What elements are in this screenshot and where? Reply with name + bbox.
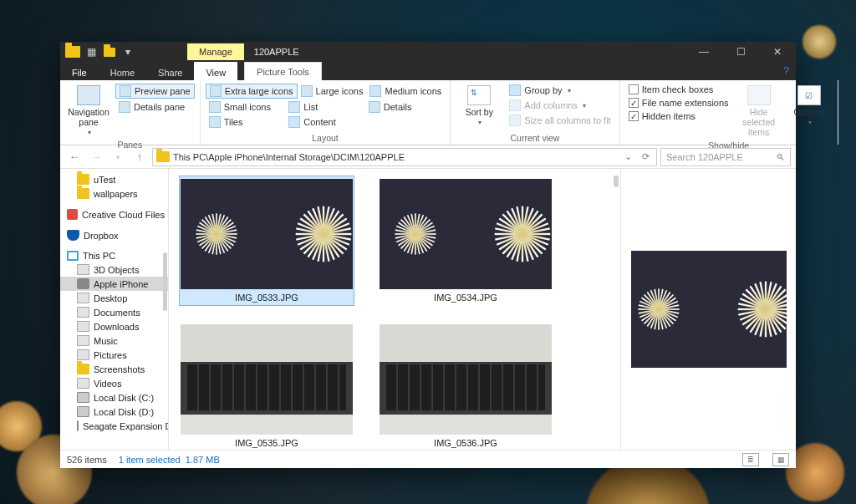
- file-name: IMG_0533.JPG: [235, 293, 298, 303]
- check-item-checkboxes[interactable]: Item check boxes: [625, 84, 732, 95]
- recent-locations-icon[interactable]: ▾: [109, 148, 127, 166]
- qat-newfolder-icon[interactable]: [100, 43, 119, 61]
- cc-icon: [67, 209, 78, 220]
- f-icon: [77, 364, 89, 374]
- add-columns-button[interactable]: Add columns▾: [506, 99, 614, 112]
- address-field[interactable]: This PC\Apple iPhone\Internal Storage\DC…: [152, 148, 657, 166]
- file-thumbnail[interactable]: IMG_0535.JPG: [179, 321, 354, 450]
- tree-item[interactable]: Pictures: [60, 348, 168, 362]
- view-details-icon[interactable]: ≣: [742, 453, 759, 466]
- generic-icon: [77, 349, 89, 360]
- up-button[interactable]: ↑: [130, 148, 149, 166]
- tree-item[interactable]: Seagate Expansion Drive: [60, 419, 168, 433]
- hd-icon: [77, 406, 89, 417]
- ribbon: Navigation pane▾ Preview pane Details pa…: [60, 80, 796, 145]
- layout-extra-large[interactable]: Extra large icons: [206, 84, 298, 99]
- file-thumbnail[interactable]: IMG_0533.JPG: [179, 176, 354, 306]
- size-columns-button[interactable]: Size all columns to fit: [506, 114, 614, 127]
- generic-icon: [77, 293, 89, 303]
- tree-item[interactable]: This PC: [60, 249, 168, 262]
- contextual-tab-header: Manage: [187, 43, 244, 60]
- tree-item[interactable]: uTest: [60, 172, 168, 186]
- dev-icon: [77, 278, 89, 289]
- navigation-pane-button[interactable]: Navigation pane▾: [65, 84, 112, 138]
- ribbon-tabs: File Home Share View Picture Tools ?: [60, 62, 796, 80]
- file-list[interactable]: IMG_0533.JPGIMG_0534.JPGIMG_0535.JPGIMG_…: [169, 169, 620, 450]
- qat-customize-icon[interactable]: ▾: [119, 43, 137, 61]
- refresh-icon[interactable]: ⟳: [639, 151, 653, 162]
- preview-image: [631, 251, 787, 368]
- thumbnail-image: [380, 324, 552, 435]
- preview-pane-button[interactable]: Preview pane: [115, 84, 195, 99]
- layout-small[interactable]: Small icons: [206, 100, 286, 114]
- check-file-extensions[interactable]: ✓File name extensions: [625, 97, 732, 109]
- tree-item[interactable]: Downloads: [60, 319, 168, 333]
- status-bar: 526 items 1 item selected 1.87 MB ≣ ▦: [60, 450, 796, 468]
- maximize-button[interactable]: ☐: [722, 42, 759, 62]
- view-large-icon[interactable]: ▦: [772, 453, 789, 466]
- tab-view[interactable]: View: [194, 62, 237, 80]
- status-selection: 1 item selected 1.87 MB: [119, 455, 220, 465]
- tree-item[interactable]: Local Disk (C:): [60, 390, 168, 405]
- db-icon: [67, 230, 79, 241]
- tree-item[interactable]: Apple iPhone: [60, 277, 168, 291]
- help-icon[interactable]: ?: [783, 62, 796, 80]
- f-icon: [77, 188, 89, 199]
- folder-icon: [156, 151, 170, 162]
- generic-icon: [77, 264, 89, 275]
- check-hidden-items[interactable]: ✓Hidden items: [625, 110, 732, 122]
- tree-item[interactable]: Dropbox: [60, 228, 168, 242]
- generic-icon: [77, 335, 89, 346]
- tree-item[interactable]: Desktop: [60, 291, 168, 305]
- file-thumbnail[interactable]: IMG_0536.JPG: [378, 321, 553, 450]
- thumbnail-image: [181, 179, 353, 289]
- tab-file[interactable]: File: [60, 62, 99, 80]
- ribbon-group-panes: Navigation pane▾ Preview pane Details pa…: [60, 80, 201, 145]
- hide-selected-button[interactable]: Hide selected items: [736, 84, 782, 139]
- layout-large[interactable]: Large icons: [298, 84, 367, 99]
- tree-item[interactable]: 3D Objects: [60, 262, 168, 277]
- tree-item[interactable]: Documents: [60, 305, 168, 319]
- file-thumbnail[interactable]: IMG_0534.JPG: [378, 176, 553, 306]
- window-title: 120APPLE: [244, 47, 309, 57]
- ribbon-group-layout: Extra large icons Large icons Medium ico…: [201, 80, 451, 145]
- tab-picture-tools[interactable]: Picture Tools: [244, 62, 322, 80]
- tab-home[interactable]: Home: [99, 62, 146, 80]
- close-button[interactable]: ✕: [759, 42, 796, 62]
- app-folder-icon: [64, 43, 82, 61]
- tree-item[interactable]: Local Disk (D:): [60, 405, 168, 419]
- generic-icon: [77, 378, 89, 389]
- ribbon-group-show-hide: Item check boxes ✓File name extensions ✓…: [620, 80, 838, 145]
- search-input[interactable]: Search 120APPLE 🔍︎: [660, 148, 791, 166]
- options-button[interactable]: ☑ Options▾: [786, 84, 833, 139]
- layout-tiles[interactable]: Tiles: [206, 115, 286, 129]
- generic-icon: [77, 307, 89, 318]
- tree-item[interactable]: wallpapers: [60, 186, 168, 201]
- navigation-tree[interactable]: uTestwallpapersCreative Cloud FilesDropb…: [60, 169, 169, 450]
- content-area: uTestwallpapersCreative Cloud FilesDropb…: [60, 169, 796, 450]
- layout-content[interactable]: Content: [285, 115, 365, 129]
- group-by-button[interactable]: Group by▾: [506, 84, 614, 97]
- file-name: IMG_0534.JPG: [434, 293, 497, 303]
- titlebar: ▦ ▾ Manage 120APPLE — ☐ ✕: [60, 42, 796, 62]
- tree-item[interactable]: Videos: [60, 376, 168, 390]
- tree-item[interactable]: Creative Cloud Files: [60, 207, 168, 221]
- hd-icon: [77, 392, 89, 403]
- back-button[interactable]: ←: [65, 148, 84, 166]
- qat-properties-icon[interactable]: ▦: [82, 43, 100, 61]
- quick-access-toolbar: ▦ ▾: [60, 43, 137, 61]
- details-pane-button[interactable]: Details pane: [115, 100, 195, 114]
- search-icon: 🔍︎: [776, 152, 785, 162]
- tree-item[interactable]: Screenshots: [60, 362, 168, 376]
- status-item-count: 526 items: [67, 455, 107, 465]
- minimize-button[interactable]: —: [685, 42, 722, 62]
- tree-item[interactable]: Music: [60, 333, 168, 348]
- tab-share[interactable]: Share: [146, 62, 194, 80]
- layout-details[interactable]: Details: [365, 100, 446, 114]
- ribbon-group-current-view: ⇅ Sort by▾ Group by▾ Add columns▾ Size a…: [451, 80, 619, 145]
- layout-medium[interactable]: Medium icons: [366, 84, 445, 99]
- layout-list[interactable]: List: [285, 100, 365, 114]
- address-dropdown-icon[interactable]: ⌄: [621, 151, 635, 162]
- sort-by-button[interactable]: ⇅ Sort by▾: [456, 84, 502, 131]
- forward-button[interactable]: →: [87, 148, 105, 166]
